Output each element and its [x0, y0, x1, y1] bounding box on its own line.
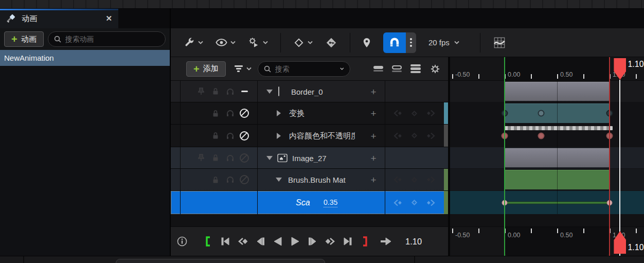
add-track-button[interactable]: + 添加 — [186, 61, 226, 77]
add-key-icon[interactable]: + — [368, 131, 379, 141]
timeline-lane-scalar-selected[interactable] — [450, 191, 644, 214]
previous-key-icon[interactable] — [393, 176, 402, 183]
filter-dropdown[interactable] — [234, 65, 252, 72]
track-row-brush-material[interactable]: Brush.Brush Mat + — [171, 169, 448, 190]
compact-rows-icon[interactable] — [373, 66, 383, 72]
tab-animation[interactable]: 动画 ✕ — [0, 9, 118, 28]
timeline-track-area[interactable] — [450, 81, 644, 226]
add-key-diamond-icon[interactable] — [410, 132, 418, 139]
chevron-down-icon[interactable] — [340, 67, 344, 71]
previous-key-icon[interactable] — [393, 132, 402, 139]
pin-icon[interactable] — [195, 152, 207, 164]
keyframe[interactable] — [502, 110, 508, 117]
expanded-rows-icon[interactable] — [410, 64, 421, 74]
keyframe[interactable] — [607, 200, 613, 205]
play-reverse-icon[interactable] — [272, 236, 284, 247]
expander-caret-icon[interactable] — [266, 156, 273, 160]
to-front-icon[interactable] — [219, 237, 231, 246]
keyframe[interactable] — [502, 132, 508, 139]
timeline-ruler-bottom[interactable]: 1.10 -0.500.000.501.00 — [450, 226, 644, 256]
track-settings-gear-icon[interactable] — [430, 63, 441, 75]
track-row-image27[interactable]: Image_27 + — [171, 147, 448, 168]
lock-icon[interactable] — [210, 86, 221, 97]
animation-search-box[interactable] — [48, 31, 166, 47]
snap-magnet-button[interactable] — [383, 32, 406, 53]
track-label[interactable]: 内容颜色和不透明度 — [289, 131, 355, 141]
track-row-scalar-selected[interactable]: Sca 0.35 — [171, 191, 448, 214]
keyframe-options-dropdown[interactable] — [293, 37, 313, 48]
lock-icon[interactable] — [210, 174, 221, 185]
partial-state-icon[interactable] — [239, 86, 250, 97]
list-item-newanimation[interactable]: NewAnimation — [0, 50, 170, 66]
snap-options-menu[interactable] — [406, 32, 416, 53]
timeline-lane-image27[interactable] — [450, 147, 644, 168]
expander-caret-icon[interactable] — [277, 133, 281, 139]
bookmark-pin-button[interactable] — [363, 38, 371, 48]
track-search-input[interactable] — [275, 65, 336, 73]
transport-time-display[interactable]: 1.10 — [405, 237, 422, 247]
set-start-bracket-icon[interactable] — [202, 236, 214, 247]
mute-icon[interactable] — [239, 174, 250, 185]
lock-icon[interactable] — [210, 108, 221, 119]
settings-wrench-dropdown[interactable] — [184, 37, 203, 48]
add-key-diamond-icon[interactable] — [410, 176, 418, 184]
mute-icon[interactable] — [239, 130, 250, 142]
track-label[interactable]: Brush.Brush Mat — [288, 176, 346, 184]
fps-dropdown[interactable]: 20 fps — [428, 38, 459, 47]
keyframe[interactable] — [606, 110, 613, 117]
set-end-bracket-icon[interactable] — [359, 236, 371, 247]
previous-key-icon[interactable] — [393, 199, 402, 206]
medium-rows-icon[interactable] — [392, 65, 402, 72]
mute-icon[interactable] — [239, 108, 250, 119]
headphones-icon[interactable] — [224, 108, 236, 119]
step-back-icon[interactable] — [254, 237, 266, 246]
timeline-lane-transform[interactable] — [450, 102, 644, 124]
curve-editor-button[interactable] — [493, 36, 506, 49]
add-section-icon[interactable]: + — [368, 153, 379, 163]
track-tint-green[interactable] — [444, 191, 448, 214]
timeline-ruler-top[interactable]: 1.10 -0.500.000.501.00 — [450, 57, 644, 81]
add-key-icon[interactable]: + — [368, 109, 379, 118]
keyframe[interactable] — [502, 200, 508, 205]
next-key-icon[interactable] — [426, 176, 435, 183]
headphones-icon[interactable] — [224, 130, 236, 142]
previous-key-icon[interactable] — [393, 110, 402, 117]
headphones-icon[interactable] — [224, 86, 236, 97]
next-key-icon[interactable] — [426, 110, 435, 117]
next-key-icon[interactable] — [324, 237, 336, 246]
timeline-lane-border0[interactable] — [450, 81, 644, 102]
play-forward-icon[interactable] — [289, 236, 301, 247]
track-label[interactable]: 变换 — [289, 109, 305, 118]
pin-icon[interactable] — [195, 86, 207, 97]
headphones-icon[interactable] — [224, 174, 236, 185]
headphones-icon[interactable] — [224, 152, 236, 164]
step-forward-icon[interactable] — [307, 237, 319, 246]
track-label[interactable]: Image_27 — [292, 153, 327, 162]
add-key-diamond-icon[interactable] — [410, 110, 418, 117]
expander-caret-icon[interactable] — [266, 90, 273, 94]
track-row-content-color[interactable]: 内容颜色和不透明度 + — [171, 125, 448, 147]
to-end-icon[interactable] — [342, 237, 354, 246]
auto-key-button[interactable] — [325, 37, 337, 49]
animation-search-input[interactable] — [65, 35, 159, 43]
track-tint-green[interactable] — [444, 169, 448, 190]
view-options-dropdown[interactable] — [216, 38, 236, 47]
previous-key-icon[interactable] — [237, 237, 249, 246]
add-section-icon[interactable]: + — [368, 86, 379, 96]
track-tint-teal[interactable] — [444, 102, 448, 124]
keyframe[interactable] — [538, 110, 545, 117]
keyframe[interactable] — [538, 132, 545, 139]
next-key-icon[interactable] — [426, 199, 435, 206]
lock-icon[interactable] — [210, 152, 221, 164]
keyframe[interactable] — [606, 132, 613, 139]
track-row-transform[interactable]: 变换 + — [171, 102, 448, 124]
track-row-border0[interactable]: Border_0 + — [171, 81, 448, 102]
lock-icon[interactable] — [210, 130, 221, 142]
playback-options-dropdown[interactable] — [248, 37, 268, 48]
scalar-value-field[interactable]: 0.35 — [324, 198, 337, 207]
advance-mode-arrow-icon[interactable] — [380, 237, 392, 246]
add-key-diamond-icon[interactable] — [410, 199, 418, 206]
add-animation-button[interactable]: + 动画 — [4, 31, 44, 47]
track-search-box[interactable] — [258, 61, 350, 77]
next-key-icon[interactable] — [426, 132, 435, 139]
